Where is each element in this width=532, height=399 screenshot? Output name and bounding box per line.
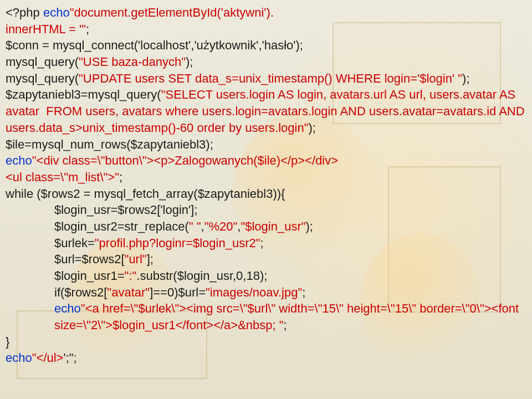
code-line-19: echo"</ul>';"; (6, 351, 77, 365)
code-line-2: innerHTML = '"; (6, 22, 89, 36)
code-line-17: echo"<a href=\"$urlek\"><img src=\"$url\… (6, 300, 525, 333)
code-line-10: while ($rows2 = mysql_fetch_array($zapyt… (6, 187, 285, 201)
code-line-11: $login_usr=$rows2['login']; (6, 202, 525, 218)
code-line-7: $ile=mysql_num_rows($zapytaniebl3); (6, 137, 213, 151)
code-line-8: echo"<div class=\"button\"><p>Zalogowany… (6, 154, 338, 167)
code-line-9: <ul class=\"m_list\">"; (6, 170, 122, 184)
code-line-13: $urlek="profil.php?loginr=$login_usr2"; (6, 235, 525, 252)
code-line-1: <?php echo"document.getElementById('akty… (6, 6, 274, 19)
code-line-14: $url=$rows2["url"]; (6, 251, 525, 268)
code-block: <?php echo"document.getElementById('akty… (0, 0, 532, 371)
code-line-12: $login_usr2=str_replace(" ","%20","$logi… (6, 218, 525, 235)
code-line-16: if($rows2["avatar"]==0)$url="images/noav… (6, 284, 525, 301)
code-line-5: mysql_query("UPDATE users SET data_s=uni… (6, 71, 470, 85)
code-line-4: mysql_query("USE baza-danych"); (6, 55, 193, 69)
code-line-18: } (6, 335, 9, 349)
code-line-15: $login_usr1=":".substr($login_usr,0,18); (6, 268, 525, 284)
code-line-6: $zapytaniebl3=mysql_query("SELECT users.… (6, 88, 528, 134)
code-line-3: $conn = mysql_connect('localhost','użytk… (6, 38, 303, 52)
